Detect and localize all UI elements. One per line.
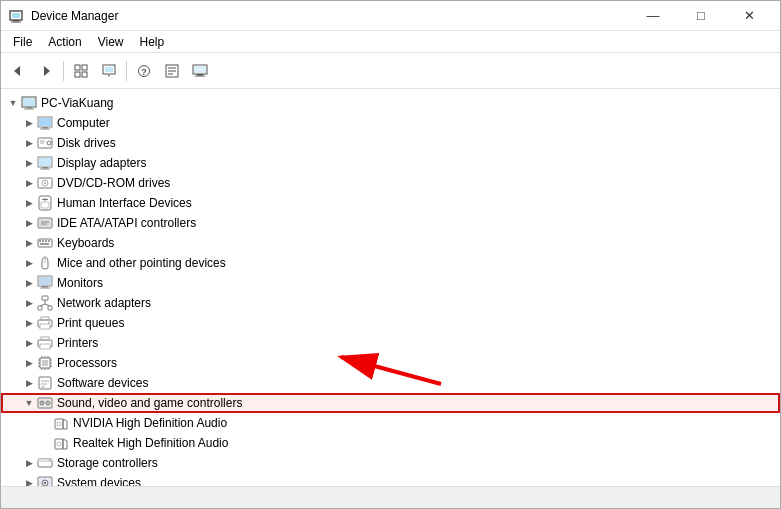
storage-icon <box>37 455 53 471</box>
storage-label: Storage controllers <box>57 456 158 470</box>
svg-rect-75 <box>42 360 48 366</box>
tree-item-realtek-audio[interactable]: ▶ Realtek High Definition Audio <box>1 433 780 453</box>
monitor-button[interactable] <box>187 58 213 84</box>
storage-expander[interactable]: ▶ <box>21 455 37 471</box>
print-queues-label: Print queues <box>57 316 124 330</box>
svg-point-103 <box>57 442 61 446</box>
software-devices-label: Software devices <box>57 376 148 390</box>
tree-item-keyboards[interactable]: ▶ Keyboards <box>1 233 780 253</box>
keyboards-expander[interactable]: ▶ <box>21 235 37 251</box>
svg-rect-7 <box>82 65 87 70</box>
computer-label: Computer <box>57 116 110 130</box>
system-devices-expander[interactable]: ▶ <box>21 475 37 486</box>
keyboards-icon <box>37 235 53 251</box>
svg-rect-9 <box>82 72 87 77</box>
root-label: PC-ViaKuang <box>41 96 114 110</box>
help-button[interactable]: ? <box>131 58 157 84</box>
svg-rect-62 <box>38 306 42 310</box>
window-controls: — □ ✕ <box>630 1 772 31</box>
ide-expander[interactable]: ▶ <box>21 215 37 231</box>
print-queues-expander[interactable]: ▶ <box>21 315 37 331</box>
tree-item-nvidia-audio[interactable]: ▶ NVIDIA High Definition Audio <box>1 413 780 433</box>
tree-item-ide[interactable]: ▶ IDE ATA/ATAPI controllers <box>1 213 780 233</box>
svg-rect-8 <box>75 72 80 77</box>
tree-button[interactable] <box>68 58 94 84</box>
properties-button[interactable] <box>159 58 185 84</box>
dvd-expander[interactable]: ▶ <box>21 175 37 191</box>
svg-rect-21 <box>197 74 203 76</box>
realtek-audio-icon <box>53 435 69 451</box>
tree-item-software-devices[interactable]: ▶ Software devices <box>1 373 780 393</box>
software-devices-icon <box>37 375 53 391</box>
menu-view[interactable]: View <box>90 33 132 51</box>
tree-item-monitors[interactable]: ▶ Monitors <box>1 273 780 293</box>
processors-expander[interactable]: ▶ <box>21 355 37 371</box>
svg-rect-3 <box>11 21 21 22</box>
hid-expander[interactable]: ▶ <box>21 195 37 211</box>
svg-rect-24 <box>23 98 35 106</box>
printers-icon <box>37 335 53 351</box>
svg-rect-69 <box>40 324 50 329</box>
disk-drives-expander[interactable]: ▶ <box>21 135 37 151</box>
tree-item-system-devices[interactable]: ▶ System devices <box>1 473 780 486</box>
toolbar: ? <box>1 53 780 89</box>
network-expander[interactable]: ▶ <box>21 295 37 311</box>
svg-rect-101 <box>55 439 63 449</box>
svg-point-32 <box>47 141 51 145</box>
maximize-button[interactable]: □ <box>678 1 724 31</box>
realtek-audio-label: Realtek High Definition Audio <box>73 436 228 450</box>
svg-rect-47 <box>39 219 51 227</box>
display-adapters-expander[interactable]: ▶ <box>21 155 37 171</box>
tree-item-display-adapters[interactable]: ▶ Display adapters <box>1 153 780 173</box>
dvd-label: DVD/CD-ROM drives <box>57 176 170 190</box>
tree-item-dvd[interactable]: ▶ DVD/CD-ROM drives <box>1 173 780 193</box>
tree-item-hid[interactable]: ▶ Human Interface Devices <box>1 193 780 213</box>
printers-label: Printers <box>57 336 98 350</box>
root-expander[interactable]: ▼ <box>5 95 21 111</box>
tree-item-mice[interactable]: ▶ Mice and other pointing devices <box>1 253 780 273</box>
menu-file[interactable]: File <box>5 33 40 51</box>
tree-item-processors[interactable]: ▶ <box>1 353 780 373</box>
tree-item-sound[interactable]: ▼ Sound, video and game controllers <box>1 393 780 413</box>
svg-rect-73 <box>40 344 50 349</box>
computer-expander[interactable]: ▶ <box>21 115 37 131</box>
hid-label: Human Interface Devices <box>57 196 192 210</box>
tree-item-network[interactable]: ▶ Network adapters <box>1 293 780 313</box>
mice-expander[interactable]: ▶ <box>21 255 37 271</box>
tree-view: ▼ PC-ViaKuang ▶ <box>1 89 780 486</box>
close-button[interactable]: ✕ <box>726 1 772 31</box>
menu-help[interactable]: Help <box>132 33 173 51</box>
svg-rect-20 <box>194 66 206 73</box>
svg-marker-4 <box>14 66 20 76</box>
tree-item-computer[interactable]: ▶ Computer <box>1 113 780 133</box>
ide-label: IDE ATA/ATAPI controllers <box>57 216 196 230</box>
svg-point-41 <box>44 182 46 184</box>
tree-item-printers[interactable]: ▶ Printers <box>1 333 780 353</box>
tree-item-disk-drives[interactable]: ▶ Disk drives <box>1 133 780 153</box>
mice-label: Mice and other pointing devices <box>57 256 226 270</box>
menu-action[interactable]: Action <box>40 33 89 51</box>
tree-item-storage[interactable]: ▶ Storage controllers <box>1 453 780 473</box>
update-button[interactable] <box>96 58 122 84</box>
nvidia-audio-label: NVIDIA High Definition Audio <box>73 416 227 430</box>
svg-rect-38 <box>40 169 50 170</box>
minimize-button[interactable]: — <box>630 1 676 31</box>
tree-item-print-queues[interactable]: ▶ Print queues <box>1 313 780 333</box>
printers-expander[interactable]: ▶ <box>21 335 37 351</box>
software-devices-expander[interactable]: ▶ <box>21 375 37 391</box>
sound-expander[interactable]: ▼ <box>21 395 37 411</box>
svg-point-106 <box>49 460 51 462</box>
forward-button[interactable] <box>33 58 59 84</box>
toolbar-separator-1 <box>63 61 64 81</box>
network-icon <box>37 295 53 311</box>
processors-label: Processors <box>57 356 117 370</box>
svg-rect-6 <box>75 65 80 70</box>
back-button[interactable] <box>5 58 31 84</box>
svg-rect-28 <box>39 118 51 126</box>
svg-rect-2 <box>13 20 19 22</box>
svg-rect-29 <box>42 127 48 129</box>
svg-point-70 <box>48 322 50 324</box>
tree-root[interactable]: ▼ PC-ViaKuang <box>1 93 780 113</box>
monitors-expander[interactable]: ▶ <box>21 275 37 291</box>
svg-rect-30 <box>40 129 50 130</box>
